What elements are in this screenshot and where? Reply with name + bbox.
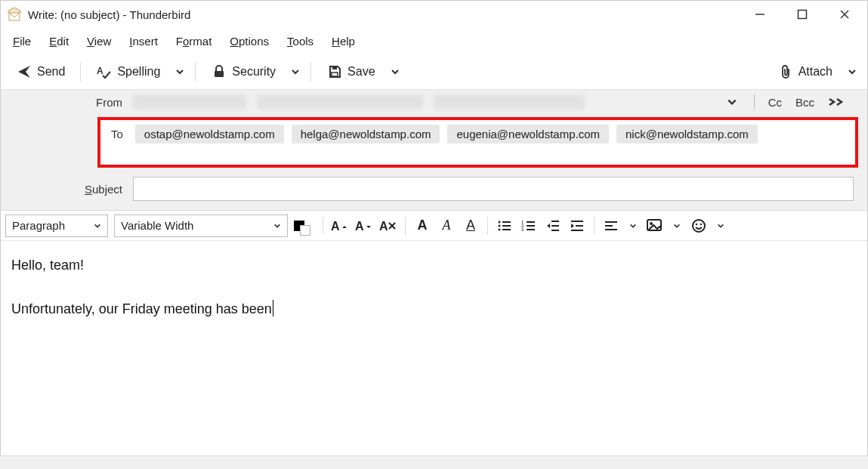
window-title: Write: (no subject) - Thunderbird — [28, 8, 190, 21]
save-dropdown[interactable] — [388, 67, 403, 76]
from-redacted — [434, 94, 585, 110]
menu-format[interactable]: Format — [168, 32, 220, 51]
save-icon — [326, 63, 343, 80]
from-dropdown[interactable] — [724, 97, 740, 107]
recipient-pill[interactable]: eugenia@newoldstamp.com — [447, 125, 609, 143]
recipient-pill[interactable]: helga@newoldstamp.com — [292, 125, 440, 143]
font-size-increase-button[interactable]: A — [355, 216, 373, 236]
security-dropdown[interactable] — [288, 67, 303, 76]
chevron-down-icon — [273, 222, 281, 230]
send-icon — [16, 63, 32, 80]
from-redacted — [133, 94, 246, 110]
menu-view[interactable]: View — [79, 32, 119, 51]
bullet-list-button[interactable] — [496, 216, 514, 236]
subject-label: Subject — [1, 183, 133, 196]
underline-button[interactable]: A — [462, 216, 480, 236]
status-bar — [0, 455, 868, 469]
toolbar: Send A Spelling Security Save Attach — [1, 54, 867, 90]
title-bar: Write: (no subject) - Thunderbird — [1, 1, 867, 28]
toolbar-separator — [195, 62, 196, 82]
message-body[interactable]: Hello, team! Unfortunately, our Friday m… — [1, 241, 867, 333]
body-line: Hello, team! — [11, 255, 857, 276]
outdent-button[interactable] — [544, 216, 562, 236]
menu-help[interactable]: Help — [324, 32, 363, 51]
from-value[interactable] — [133, 94, 724, 110]
body-line: Unfortunately, our Friday meeting has be… — [11, 298, 857, 320]
attach-dropdown[interactable] — [845, 67, 860, 76]
from-label: From — [1, 96, 133, 109]
text-color-button[interactable] — [294, 216, 315, 236]
maximize-button[interactable] — [795, 7, 810, 22]
separator — [323, 217, 323, 235]
menu-insert[interactable]: Insert — [122, 32, 165, 51]
text-cursor — [273, 300, 273, 316]
app-icon — [7, 7, 22, 22]
background-color-swatch — [300, 225, 310, 236]
menu-tools[interactable]: Tools — [280, 32, 321, 51]
menu-options[interactable]: Options — [222, 32, 276, 51]
chevron-down-icon — [94, 222, 101, 230]
security-label: Security — [232, 65, 276, 79]
align-button[interactable] — [602, 216, 620, 236]
subject-row: Subject — [1, 174, 867, 204]
message-header: From Cc Bcc To ostap@newoldstamp.com hel… — [1, 90, 867, 211]
more-fields-button[interactable] — [828, 97, 845, 107]
svg-point-40 — [700, 223, 702, 224]
emoji-button[interactable] — [690, 216, 708, 236]
recipient-pill[interactable]: nick@newoldstamp.com — [616, 125, 758, 143]
svg-rect-9 — [332, 73, 338, 76]
format-toolbar: Paragraph Variable Width A A A A A A 123 — [1, 211, 867, 241]
align-dropdown[interactable] — [626, 222, 640, 230]
menu-bar: File Edit View Insert Format Options Too… — [1, 28, 867, 54]
remove-formatting-button[interactable]: A — [379, 216, 397, 236]
italic-button[interactable]: A — [437, 216, 456, 236]
paperclip-icon — [777, 63, 794, 80]
paragraph-style-select[interactable]: Paragraph — [5, 214, 108, 237]
spelling-icon: A — [96, 63, 113, 80]
separator — [405, 217, 406, 235]
svg-text:A: A — [97, 66, 103, 76]
indent-button[interactable] — [568, 216, 586, 236]
paragraph-style-value: Paragraph — [12, 219, 65, 232]
svg-point-38 — [693, 220, 705, 232]
menu-file[interactable]: File — [5, 32, 39, 51]
cc-button[interactable]: Cc — [768, 96, 782, 109]
menu-edit[interactable]: Edit — [42, 32, 76, 51]
emoji-dropdown[interactable] — [714, 222, 727, 230]
to-label: To — [107, 123, 126, 140]
to-recipients[interactable]: ostap@newoldstamp.com helga@newoldstamp.… — [135, 123, 758, 143]
attach-button[interactable]: Attach — [770, 59, 840, 85]
to-field-highlight: To ostap@newoldstamp.com helga@newoldsta… — [97, 117, 858, 168]
close-button[interactable] — [837, 7, 852, 22]
save-button[interactable]: Save — [319, 59, 382, 85]
send-button[interactable]: Send — [8, 59, 73, 85]
font-size-decrease-button[interactable]: A — [331, 216, 349, 236]
insert-image-button[interactable] — [646, 216, 664, 236]
numbered-list-button[interactable]: 123 — [520, 216, 538, 236]
spelling-dropdown[interactable] — [172, 67, 187, 76]
spelling-label: Spelling — [117, 65, 160, 79]
bold-button[interactable]: A — [413, 216, 431, 236]
svg-text:A: A — [331, 220, 340, 233]
security-button[interactable]: Security — [203, 59, 283, 85]
svg-point-37 — [650, 222, 653, 225]
minimize-button[interactable] — [752, 7, 768, 22]
send-label: Send — [37, 65, 65, 79]
insert-image-dropdown[interactable] — [670, 222, 684, 230]
svg-point-39 — [696, 223, 697, 224]
bcc-button[interactable]: Bcc — [795, 96, 814, 109]
attach-label: Attach — [798, 65, 832, 79]
svg-point-15 — [499, 221, 501, 223]
subject-input[interactable] — [133, 177, 854, 201]
svg-text:A: A — [379, 220, 388, 233]
svg-text:3: 3 — [521, 227, 524, 232]
svg-point-17 — [499, 224, 501, 227]
font-family-value: Variable Width — [121, 219, 193, 232]
toolbar-separator — [310, 62, 311, 82]
lock-icon — [211, 63, 227, 80]
recipient-pill[interactable]: ostap@newoldstamp.com — [135, 125, 284, 143]
window-controls — [752, 7, 861, 22]
font-family-select[interactable]: Variable Width — [114, 214, 288, 237]
spelling-button[interactable]: A Spelling — [88, 59, 168, 85]
separator — [594, 217, 595, 235]
